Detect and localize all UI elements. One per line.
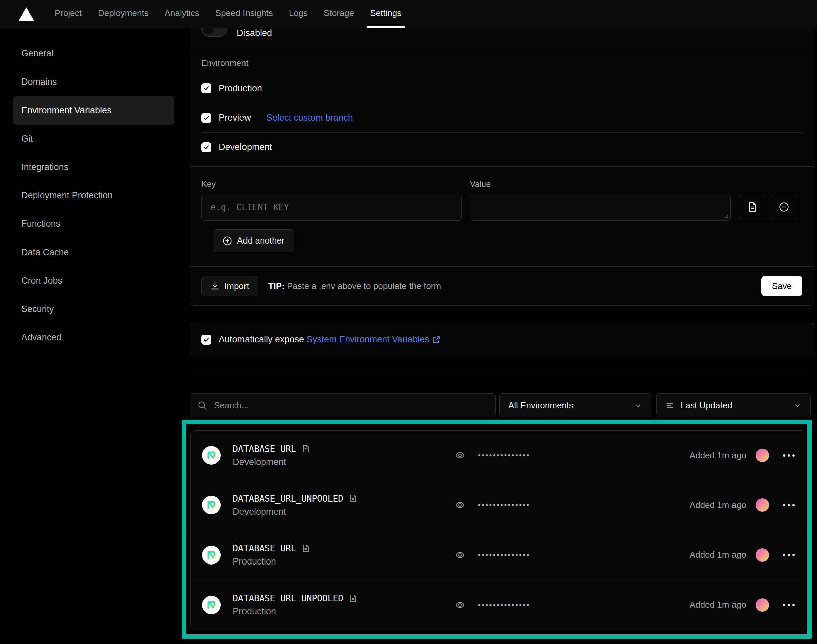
- environment-filter-dropdown[interactable]: All Environments: [499, 394, 651, 417]
- value-input-box: [470, 194, 731, 221]
- row-menu-ellipsis-icon[interactable]: [783, 454, 795, 457]
- nav-tab-storage[interactable]: Storage: [320, 0, 357, 28]
- paste-env-button[interactable]: [739, 194, 765, 220]
- environment-checkbox[interactable]: [201, 142, 212, 152]
- masked-value: ••••••••••••••: [455, 600, 530, 610]
- minus-circle-icon: [778, 201, 789, 213]
- environment-checkbox[interactable]: [201, 113, 212, 123]
- file-text-icon[interactable]: [301, 444, 310, 453]
- neon-integration-avatar: [202, 496, 221, 514]
- sidebar-item-deployment-protection[interactable]: Deployment Protection: [13, 181, 174, 210]
- plus-circle-icon: [222, 236, 233, 246]
- chevron-down-icon: [793, 401, 802, 410]
- select-custom-branch-link[interactable]: Select custom branch: [266, 113, 353, 123]
- disabled-toggle[interactable]: [201, 28, 227, 37]
- nav-tab-settings[interactable]: Settings: [367, 0, 405, 28]
- import-label: Import: [224, 281, 249, 291]
- env-var-environment: Production: [233, 606, 455, 616]
- remove-row-button[interactable]: [771, 194, 797, 220]
- eye-icon[interactable]: [455, 550, 465, 561]
- eye-icon[interactable]: [455, 450, 465, 461]
- nav-tab-deployments[interactable]: Deployments: [95, 0, 152, 28]
- env-var-list: DATABASE_URL Development •••••••••••••• …: [190, 430, 806, 630]
- user-avatar[interactable]: [756, 498, 769, 512]
- user-avatar[interactable]: [756, 549, 769, 562]
- file-paste-icon: [746, 201, 758, 213]
- env-var-names: DATABASE_URL Production: [233, 543, 455, 567]
- sidebar-item-domains[interactable]: Domains: [13, 68, 174, 96]
- user-avatar[interactable]: [756, 449, 769, 462]
- file-text-icon[interactable]: [349, 494, 357, 503]
- expose-checkbox[interactable]: [201, 335, 212, 345]
- sidebar-item-functions[interactable]: Functions: [13, 210, 174, 238]
- eye-icon[interactable]: [455, 600, 465, 610]
- env-var-names: DATABASE_URL Development: [233, 443, 455, 467]
- row-menu-ellipsis-icon[interactable]: [783, 554, 795, 556]
- user-avatar[interactable]: [756, 598, 769, 612]
- row-meta: Added 1m ago: [690, 549, 795, 562]
- toggle-knob: [203, 28, 215, 35]
- save-button[interactable]: Save: [761, 276, 802, 296]
- sidebar-item-environment-variables[interactable]: Environment Variables: [13, 96, 174, 124]
- neon-logo-icon: [205, 499, 218, 511]
- sidebar-item-data-cache[interactable]: Data Cache: [13, 238, 174, 267]
- masked-value: ••••••••••••••: [455, 500, 530, 511]
- env-var-row[interactable]: DATABASE_URL_UNPOOLED Development ••••••…: [191, 480, 806, 530]
- value-input[interactable]: [470, 194, 731, 221]
- env-var-name: DATABASE_URL_UNPOOLED: [233, 493, 343, 504]
- environment-checkbox[interactable]: [201, 83, 212, 93]
- sidebar-item-advanced[interactable]: Advanced: [13, 324, 174, 352]
- env-var-row[interactable]: DATABASE_URL_UNPOOLED Production •••••••…: [191, 580, 806, 630]
- sidebar-item-integrations[interactable]: Integrations: [13, 153, 174, 181]
- environment-checkbox-row: Preview Select custom branch: [201, 103, 802, 132]
- resize-grip-icon[interactable]: [723, 213, 729, 219]
- row-meta: Added 1m ago: [690, 598, 795, 612]
- vercel-settings-page: ProjectDeploymentsAnalyticsSpeed Insight…: [0, 0, 817, 644]
- sidebar-item-cron-jobs[interactable]: Cron Jobs: [13, 267, 174, 295]
- check-icon: [203, 115, 210, 121]
- search-input[interactable]: [213, 400, 488, 411]
- sidebar-item-general[interactable]: General: [13, 40, 174, 68]
- environment-checkbox-label: Production: [219, 83, 262, 94]
- env-var-row[interactable]: DATABASE_URL Development •••••••••••••• …: [191, 431, 806, 480]
- import-button[interactable]: Import: [201, 276, 258, 296]
- filters-row: All Environments Last Updated: [190, 394, 814, 417]
- sidebar-item-git[interactable]: Git: [13, 124, 174, 153]
- file-text-icon[interactable]: [301, 544, 310, 553]
- search-box: [190, 394, 496, 417]
- masked-value: ••••••••••••••: [455, 550, 530, 561]
- check-icon: [203, 144, 210, 151]
- key-input[interactable]: [201, 194, 461, 221]
- environment-section: Environment Production Preview Select cu…: [190, 49, 814, 162]
- masked-dots: ••••••••••••••: [478, 501, 530, 509]
- env-var-name: DATABASE_URL: [233, 543, 296, 554]
- system-env-vars-link[interactable]: System Environment Variables: [307, 334, 441, 345]
- eye-icon[interactable]: [455, 500, 465, 511]
- download-icon: [210, 281, 220, 291]
- row-menu-ellipsis-icon[interactable]: [783, 504, 795, 506]
- nav-tab-analytics[interactable]: Analytics: [161, 0, 203, 28]
- nav-tab-project[interactable]: Project: [51, 0, 85, 28]
- environment-checkbox-row: Development: [201, 132, 802, 162]
- add-another-button[interactable]: Add another: [213, 230, 294, 252]
- vercel-logo[interactable]: [19, 0, 34, 28]
- row-menu-ellipsis-icon[interactable]: [783, 604, 795, 606]
- neon-logo-icon: [205, 549, 218, 561]
- file-text-icon[interactable]: [349, 594, 357, 603]
- added-time: Added 1m ago: [690, 500, 746, 511]
- sort-lines-icon: [665, 401, 675, 410]
- env-var-row[interactable]: DATABASE_URL Production •••••••••••••• A…: [191, 530, 806, 580]
- nav-tab-logs[interactable]: Logs: [285, 0, 311, 28]
- nav-tab-speed-insights[interactable]: Speed Insights: [212, 0, 276, 28]
- key-label: Key: [201, 179, 470, 189]
- neon-integration-avatar: [202, 546, 221, 564]
- sidebar-item-security[interactable]: Security: [13, 295, 174, 324]
- added-time: Added 1m ago: [690, 600, 746, 610]
- masked-value: ••••••••••••••: [455, 450, 530, 461]
- top-nav: ProjectDeploymentsAnalyticsSpeed Insight…: [0, 0, 817, 28]
- env-var-names: DATABASE_URL_UNPOOLED Development: [233, 493, 455, 517]
- added-time: Added 1m ago: [690, 550, 746, 560]
- sort-dropdown[interactable]: Last Updated: [656, 394, 811, 417]
- env-var-name: DATABASE_URL_UNPOOLED: [233, 593, 343, 603]
- expose-panel: Automatically expose System Environment …: [190, 323, 814, 356]
